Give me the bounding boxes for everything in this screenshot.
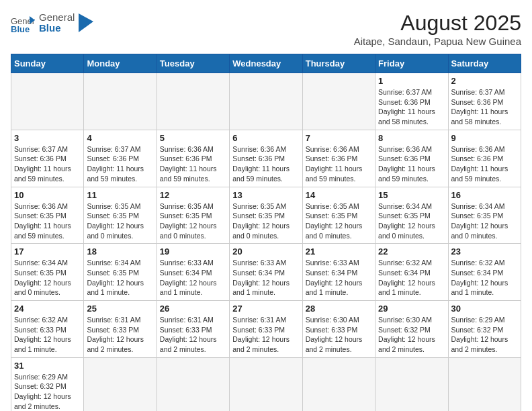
weekday-header-friday: Friday <box>375 54 448 73</box>
day-number: 25 <box>87 304 153 314</box>
calendar-cell: 18Sunrise: 6:34 AM Sunset: 6:35 PM Dayli… <box>84 244 157 301</box>
day-number: 21 <box>306 246 372 257</box>
day-info: Sunrise: 6:35 AM Sunset: 6:35 PM Dayligh… <box>232 201 299 241</box>
day-info: Sunrise: 6:33 AM Sunset: 6:34 PM Dayligh… <box>160 258 226 298</box>
logo-icon: General Blue <box>11 11 35 35</box>
calendar-cell <box>84 73 157 130</box>
calendar-cell: 11Sunrise: 6:35 AM Sunset: 6:35 PM Dayli… <box>84 187 157 244</box>
week-row-4: 17Sunrise: 6:34 AM Sunset: 6:35 PM Dayli… <box>11 244 521 301</box>
calendar-cell: 13Sunrise: 6:35 AM Sunset: 6:35 PM Dayli… <box>230 187 302 244</box>
day-number: 15 <box>378 190 445 200</box>
day-info: Sunrise: 6:31 AM Sunset: 6:33 PM Dayligh… <box>232 315 299 355</box>
day-number: 27 <box>232 304 299 314</box>
page-header: General Blue General Blue August 2025 Ai… <box>11 11 521 47</box>
day-info: Sunrise: 6:32 AM Sunset: 6:34 PM Dayligh… <box>451 258 518 298</box>
calendar-cell: 25Sunrise: 6:31 AM Sunset: 6:33 PM Dayli… <box>84 301 157 358</box>
logo: General Blue General Blue <box>11 11 93 35</box>
day-info: Sunrise: 6:30 AM Sunset: 6:33 PM Dayligh… <box>306 315 372 355</box>
calendar-cell: 7Sunrise: 6:36 AM Sunset: 6:36 PM Daylig… <box>302 130 375 187</box>
day-info: Sunrise: 6:36 AM Sunset: 6:36 PM Dayligh… <box>306 144 372 184</box>
day-number: 18 <box>87 246 153 257</box>
title-area: August 2025 Aitape, Sandaun, Papua New G… <box>354 11 521 47</box>
day-info: Sunrise: 6:34 AM Sunset: 6:35 PM Dayligh… <box>87 258 153 298</box>
day-number: 31 <box>14 361 81 371</box>
calendar-cell: 6Sunrise: 6:36 AM Sunset: 6:36 PM Daylig… <box>230 130 302 187</box>
calendar-table: SundayMondayTuesdayWednesdayThursdayFrid… <box>11 54 521 411</box>
calendar-cell: 8Sunrise: 6:36 AM Sunset: 6:36 PM Daylig… <box>375 130 448 187</box>
day-number: 28 <box>306 304 372 314</box>
calendar-cell: 24Sunrise: 6:32 AM Sunset: 6:33 PM Dayli… <box>11 301 84 358</box>
weekday-header-saturday: Saturday <box>448 54 521 73</box>
day-info: Sunrise: 6:35 AM Sunset: 6:35 PM Dayligh… <box>306 201 372 241</box>
day-info: Sunrise: 6:33 AM Sunset: 6:34 PM Dayligh… <box>306 258 372 298</box>
weekday-header-thursday: Thursday <box>302 54 375 73</box>
day-number: 4 <box>87 133 153 143</box>
day-info: Sunrise: 6:37 AM Sunset: 6:36 PM Dayligh… <box>14 144 81 184</box>
day-number: 7 <box>306 133 372 143</box>
day-number: 23 <box>451 246 518 257</box>
calendar-cell <box>230 357 302 411</box>
calendar-cell: 23Sunrise: 6:32 AM Sunset: 6:34 PM Dayli… <box>448 244 521 301</box>
calendar-cell: 1Sunrise: 6:37 AM Sunset: 6:36 PM Daylig… <box>375 73 448 130</box>
day-number: 20 <box>232 246 299 257</box>
calendar-cell: 5Sunrise: 6:36 AM Sunset: 6:36 PM Daylig… <box>157 130 229 187</box>
calendar-cell: 29Sunrise: 6:30 AM Sunset: 6:32 PM Dayli… <box>375 301 448 358</box>
day-number: 5 <box>160 133 226 143</box>
calendar-cell <box>84 357 157 411</box>
calendar-cell: 3Sunrise: 6:37 AM Sunset: 6:36 PM Daylig… <box>11 130 84 187</box>
calendar-cell: 2Sunrise: 6:37 AM Sunset: 6:36 PM Daylig… <box>448 73 521 130</box>
day-info: Sunrise: 6:35 AM Sunset: 6:35 PM Dayligh… <box>87 201 153 241</box>
calendar-cell: 30Sunrise: 6:29 AM Sunset: 6:32 PM Dayli… <box>448 301 521 358</box>
calendar-cell: 9Sunrise: 6:36 AM Sunset: 6:36 PM Daylig… <box>448 130 521 187</box>
day-number: 2 <box>451 76 518 86</box>
weekday-header-tuesday: Tuesday <box>157 54 229 73</box>
day-info: Sunrise: 6:32 AM Sunset: 6:33 PM Dayligh… <box>14 315 81 355</box>
calendar-title: August 2025 <box>354 11 521 36</box>
day-info: Sunrise: 6:36 AM Sunset: 6:36 PM Dayligh… <box>378 144 445 184</box>
calendar-cell: 27Sunrise: 6:31 AM Sunset: 6:33 PM Dayli… <box>230 301 302 358</box>
day-info: Sunrise: 6:31 AM Sunset: 6:33 PM Dayligh… <box>160 315 226 355</box>
day-number: 16 <box>451 190 518 200</box>
day-number: 1 <box>378 76 445 86</box>
weekday-header-monday: Monday <box>84 54 157 73</box>
calendar-cell: 28Sunrise: 6:30 AM Sunset: 6:33 PM Dayli… <box>302 301 375 358</box>
day-number: 11 <box>87 190 153 200</box>
logo-general-text: General <box>39 12 75 24</box>
weekday-header-wednesday: Wednesday <box>230 54 302 73</box>
weekday-header-row: SundayMondayTuesdayWednesdayThursdayFrid… <box>11 54 521 73</box>
day-number: 13 <box>232 190 299 200</box>
day-info: Sunrise: 6:31 AM Sunset: 6:33 PM Dayligh… <box>87 315 153 355</box>
calendar-cell: 16Sunrise: 6:34 AM Sunset: 6:35 PM Dayli… <box>448 187 521 244</box>
week-row-3: 10Sunrise: 6:36 AM Sunset: 6:35 PM Dayli… <box>11 187 521 244</box>
calendar-cell: 12Sunrise: 6:35 AM Sunset: 6:35 PM Dayli… <box>157 187 229 244</box>
week-row-2: 3Sunrise: 6:37 AM Sunset: 6:36 PM Daylig… <box>11 130 521 187</box>
logo-blue-text: Blue <box>39 23 75 34</box>
day-info: Sunrise: 6:37 AM Sunset: 6:36 PM Dayligh… <box>451 87 518 127</box>
calendar-cell <box>448 357 521 411</box>
calendar-cell: 20Sunrise: 6:33 AM Sunset: 6:34 PM Dayli… <box>230 244 302 301</box>
calendar-cell: 4Sunrise: 6:37 AM Sunset: 6:36 PM Daylig… <box>84 130 157 187</box>
day-info: Sunrise: 6:30 AM Sunset: 6:32 PM Dayligh… <box>378 315 445 355</box>
week-row-5: 24Sunrise: 6:32 AM Sunset: 6:33 PM Dayli… <box>11 301 521 358</box>
day-number: 8 <box>378 133 445 143</box>
day-number: 17 <box>14 246 81 257</box>
week-row-1: 1Sunrise: 6:37 AM Sunset: 6:36 PM Daylig… <box>11 73 521 130</box>
day-number: 9 <box>451 133 518 143</box>
day-info: Sunrise: 6:35 AM Sunset: 6:35 PM Dayligh… <box>160 201 226 241</box>
week-row-6: 31Sunrise: 6:29 AM Sunset: 6:32 PM Dayli… <box>11 357 521 411</box>
calendar-cell: 19Sunrise: 6:33 AM Sunset: 6:34 PM Dayli… <box>157 244 229 301</box>
day-number: 22 <box>378 246 445 257</box>
calendar-cell: 21Sunrise: 6:33 AM Sunset: 6:34 PM Dayli… <box>302 244 375 301</box>
calendar-cell: 15Sunrise: 6:34 AM Sunset: 6:35 PM Dayli… <box>375 187 448 244</box>
day-number: 26 <box>160 304 226 314</box>
day-info: Sunrise: 6:34 AM Sunset: 6:35 PM Dayligh… <box>14 258 81 298</box>
day-info: Sunrise: 6:32 AM Sunset: 6:34 PM Dayligh… <box>378 258 445 298</box>
day-info: Sunrise: 6:29 AM Sunset: 6:32 PM Dayligh… <box>451 315 518 355</box>
day-info: Sunrise: 6:37 AM Sunset: 6:36 PM Dayligh… <box>87 144 153 184</box>
calendar-cell <box>302 357 375 411</box>
day-info: Sunrise: 6:34 AM Sunset: 6:35 PM Dayligh… <box>451 201 518 241</box>
calendar-cell: 14Sunrise: 6:35 AM Sunset: 6:35 PM Dayli… <box>302 187 375 244</box>
day-number: 19 <box>160 246 226 257</box>
svg-marker-3 <box>79 13 93 32</box>
day-info: Sunrise: 6:37 AM Sunset: 6:36 PM Dayligh… <box>378 87 445 127</box>
